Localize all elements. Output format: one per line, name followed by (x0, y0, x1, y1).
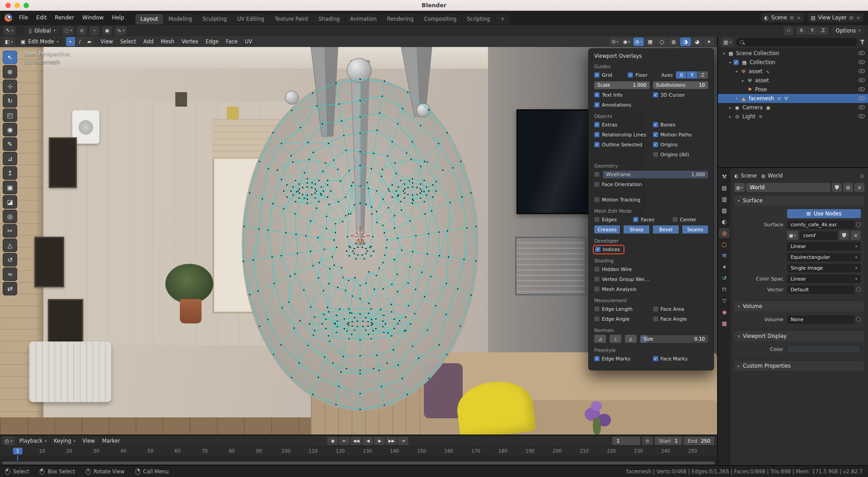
node-socket-icon[interactable] (856, 287, 861, 292)
outliner-row-collection[interactable]: ▾✓▦Collection (718, 58, 868, 67)
texture-tab[interactable]: ▦ (719, 318, 730, 328)
workspace-tab-compositing[interactable]: Compositing (419, 14, 461, 24)
smooth-tool[interactable]: ≈ (3, 267, 17, 281)
overlay-toggle-edges[interactable]: Edges (594, 217, 630, 223)
fake-user-button[interactable] (832, 183, 842, 192)
volume-panel-header[interactable]: ▾ Volume (734, 301, 864, 311)
data-tab[interactable]: ▽ (719, 296, 730, 306)
axis-toggle-y[interactable]: Y (687, 71, 697, 79)
current-frame-indicator[interactable]: 1 (13, 448, 23, 454)
transform-tool[interactable]: ◉ (3, 123, 17, 136)
pivot-point-dropdown[interactable]: ◌ ▾ (62, 26, 75, 35)
overlay-toggle-origins-all[interactable]: Origins (All) (653, 152, 708, 158)
overlay-toggle-bones[interactable]: ✓Bones (653, 122, 708, 128)
expand-icon[interactable]: ▸ (740, 79, 746, 83)
overlays-toggle[interactable]: ◎▾ (633, 37, 644, 46)
unlink-world-button[interactable]: × (854, 183, 864, 192)
jump-to-next-keyframe-button[interactable]: ▶▶ (386, 437, 397, 445)
vertex-normals-button[interactable]: ⊿ (594, 335, 606, 343)
playhead[interactable] (17, 455, 18, 461)
knife-tool[interactable]: ✂ (3, 224, 17, 238)
jump-to-prev-keyframe-button[interactable]: ◀◀ (351, 437, 361, 445)
jump-to-start-button[interactable]: ⇤ (339, 437, 350, 445)
overlay-toggle-face-marks[interactable]: ✓Face Marks (653, 356, 708, 362)
viewport-menu-view[interactable]: View (97, 37, 117, 46)
inset-faces-tool[interactable]: ▣ (3, 181, 17, 194)
timeline-menu-view[interactable]: View (79, 437, 99, 445)
face-select-mode-button[interactable]: ▰ (85, 37, 94, 46)
overlay-toggle-3d-cursor[interactable]: ✓3D Cursor (653, 92, 708, 98)
current-frame-field[interactable]: 1 (612, 437, 640, 445)
breadcrumb-scene[interactable]: ◐ Scene (734, 173, 757, 179)
color-swatch[interactable] (787, 345, 861, 353)
viewport-menu-face[interactable]: Face (222, 37, 241, 46)
view-layer-tab[interactable]: ▧ (719, 206, 730, 215)
play-button[interactable]: ▶ (374, 437, 385, 445)
viewport-menu-add[interactable]: Add (140, 37, 157, 46)
axis-toggle-z[interactable]: Z (698, 71, 708, 79)
node-socket-icon[interactable] (856, 317, 861, 322)
object-tab[interactable]: ▢ (719, 239, 730, 249)
overlay-toggle-faces[interactable]: ✓Faces (633, 217, 669, 223)
overlay-toggle-floor[interactable]: ✓Floor (628, 72, 658, 78)
scene-selector[interactable]: ◐ Scene ⊞ × (761, 13, 804, 22)
overlay-toggle-edge-marks[interactable]: ✓Edge Marks (594, 356, 650, 362)
vector-field[interactable]: Default (787, 285, 854, 294)
overlay-toggle-relationship-lines[interactable]: ✓Relationship Lines (594, 132, 650, 138)
rotate-tool[interactable]: ↻ (3, 94, 17, 108)
snap-toggle[interactable]: ∩ (77, 26, 87, 35)
output-tab[interactable]: ▥ (719, 194, 730, 204)
outliner-row-facemesh[interactable]: ▾▲facemesh⚒Ψ (718, 94, 868, 103)
overlay-toggle-extras[interactable]: ✓Extras (594, 122, 650, 128)
overlay-toggle-face-area[interactable]: Face Area (653, 306, 708, 312)
render-tab[interactable]: ▤ (719, 183, 730, 193)
overlay-toggle-annotations[interactable]: ✓Annotations (594, 102, 650, 108)
outliner-item-label[interactable]: facemesh (749, 95, 774, 102)
overlay-toggle-text-info[interactable]: ✓Text Info (594, 92, 650, 98)
tool-tab[interactable]: ⚒ (719, 172, 730, 182)
overlay-toggle-wireframe[interactable] (594, 172, 600, 177)
surface-panel-header[interactable]: ▾ Surface (734, 196, 864, 206)
node-socket-icon[interactable] (856, 222, 861, 227)
active-tool-dropdown[interactable]: ↖ ▾ (4, 26, 15, 35)
outliner-item-label[interactable]: Light (742, 113, 755, 120)
collapse-icon[interactable]: ▾ (733, 70, 740, 74)
start-frame-field[interactable]: Start 1 (655, 437, 682, 445)
move-tool[interactable]: ⊹ (3, 80, 17, 93)
loop-cut-tool[interactable]: ◎ (3, 210, 17, 223)
workspace-tab-sculpting[interactable]: Sculpting (197, 14, 232, 24)
mirror-axis-x[interactable]: X (796, 27, 807, 35)
overlay-toggle-face-orientation[interactable]: Face Orientation (594, 182, 650, 187)
axis-toggle-x[interactable]: X (676, 71, 686, 79)
viewport-canvas[interactable]: ↖⊕⊹↻◰◉✎⊿↥▣◪◎✂△↺≈⇄ User Perspective (1) f… (0, 47, 717, 435)
source-dropdown[interactable]: Single Image ▾ (787, 264, 861, 272)
workspace-tab-animation[interactable]: Animation (345, 14, 382, 24)
interpolation-dropdown[interactable]: Linear ▾ (787, 242, 861, 251)
overlay-toggle-motion-paths[interactable]: ✓Motion Paths (653, 132, 708, 138)
end-frame-field[interactable]: End 250 (684, 437, 714, 445)
extrude-region-tool[interactable]: ↥ (3, 166, 17, 180)
visibility-toggle[interactable] (858, 77, 865, 84)
viewport-menu-vertex[interactable]: Vertex (178, 37, 202, 46)
overlay-toggle-edge-length[interactable]: Edge Length (594, 306, 650, 312)
menu-render[interactable]: Render (51, 13, 78, 22)
expand-icon[interactable]: ▸ (727, 115, 733, 119)
unlink-image-button[interactable]: × (851, 231, 861, 240)
proportional-editing-toggle[interactable]: ◉ (102, 26, 112, 35)
collection-checkbox[interactable]: ✓ (733, 60, 739, 65)
new-world-button[interactable]: ⊞ (843, 183, 853, 192)
preview-range-button[interactable]: ◴ (642, 437, 653, 445)
outliner-row-pose[interactable]: ⚑Pose (718, 85, 868, 94)
minimize-window-button[interactable] (14, 3, 20, 8)
blender-logo-icon[interactable] (5, 14, 12, 22)
visibility-toggle[interactable] (858, 50, 865, 57)
overlay-toggle-indices[interactable]: ✓Indices (594, 246, 623, 253)
visibility-toggle[interactable] (858, 113, 865, 120)
show-gizmo-dropdown[interactable]: ◉▾ (621, 37, 632, 46)
mode-dropdown[interactable]: ▣ Edit Mode ▾ (16, 37, 62, 46)
xray-toggle[interactable]: ▦ (645, 37, 656, 46)
workspace-tab-rendering[interactable]: Rendering (382, 14, 418, 24)
outliner-editor-type-dropdown[interactable]: ▥ ▾ (721, 37, 733, 47)
overlay-button-sharp[interactable]: Sharp (624, 225, 649, 234)
pin-icon[interactable]: ◎ (860, 173, 864, 179)
